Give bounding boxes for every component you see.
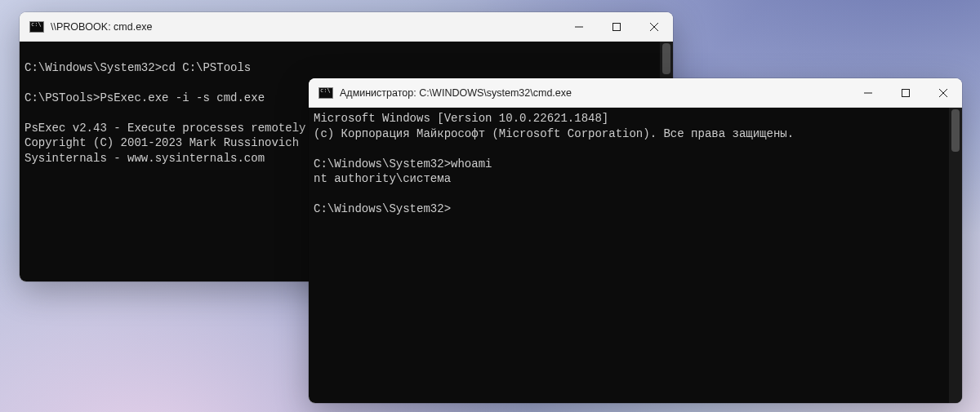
close-button[interactable] [635,12,673,41]
cmd-icon [29,21,44,33]
maximize-icon [902,89,910,97]
minimize-icon [575,23,583,31]
scrollbar-thumb[interactable] [951,109,960,152]
titlebar[interactable]: Администратор: C:\WINDOWS\system32\cmd.e… [309,78,962,108]
scrollbar-thumb[interactable] [662,43,670,74]
svg-rect-5 [902,89,910,96]
window-title: Администратор: C:\WINDOWS\system32\cmd.e… [340,87,572,99]
terminal-output: Microsoft Windows [Version 10.0.22621.18… [309,108,962,220]
minimize-button[interactable] [849,78,887,107]
terminal-area[interactable]: Microsoft Windows [Version 10.0.22621.18… [309,108,962,403]
close-icon [650,23,658,31]
scrollbar[interactable] [949,108,962,403]
close-icon [939,89,947,97]
close-button[interactable] [924,78,962,107]
cmd-icon [318,87,333,99]
minimize-button[interactable] [560,12,598,41]
titlebar[interactable]: \\PROBOOK: cmd.exe [20,12,673,42]
desktop-background: \\PROBOOK: cmd.exe C:\Windows\System32>c… [0,0,980,412]
maximize-button[interactable] [887,78,924,107]
cmd-window-admin[interactable]: Администратор: C:\WINDOWS\system32\cmd.e… [309,78,962,403]
maximize-icon [612,23,621,31]
maximize-button[interactable] [598,12,635,41]
minimize-icon [864,89,872,97]
window-controls [849,78,962,107]
svg-rect-1 [613,23,621,30]
window-controls [560,12,673,41]
window-title: \\PROBOOK: cmd.exe [51,21,152,33]
